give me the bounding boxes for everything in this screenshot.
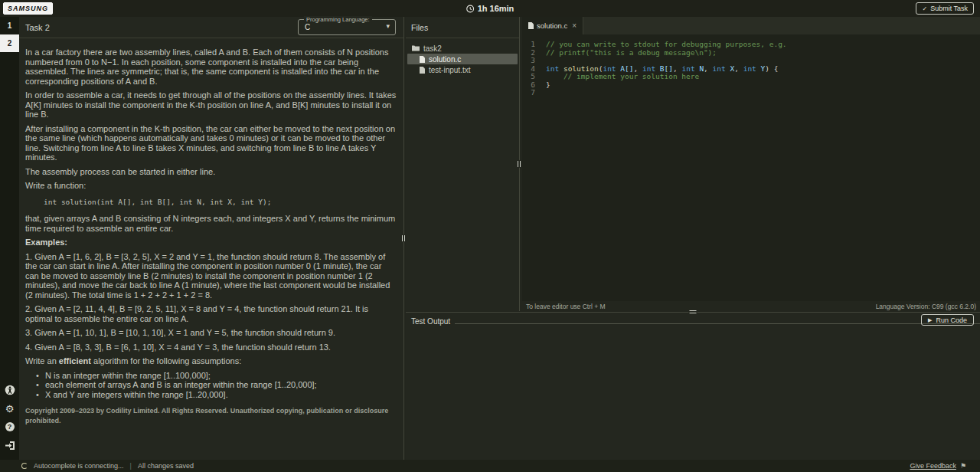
file-row-test-input-txt[interactable]: test-input.txt — [406, 64, 519, 75]
status-separator: | — [130, 462, 132, 470]
spinner-icon — [21, 463, 28, 469]
rail-icon-group: ⚙ ? — [0, 385, 19, 451]
task-paragraph: After installing a component in the K-th… — [25, 124, 397, 162]
autocomplete-status: Autocomplete is connecting... — [34, 462, 124, 470]
task-paragraph: Write a function: — [25, 181, 397, 191]
example-4: 4. Given A = [8, 3, 3], B = [6, 1, 10], … — [25, 343, 397, 352]
assumption-item: X and Y are integers within the range [1… — [25, 390, 397, 400]
give-feedback-link[interactable]: Give Feedback — [910, 462, 956, 470]
language-select-value: C — [305, 23, 310, 31]
file-icon — [528, 22, 534, 29]
submit-task-button[interactable]: ✓ Submit Task — [916, 2, 974, 15]
copyright-notice: Copyright 2009–2023 by Codility Limited.… — [25, 406, 397, 425]
task-paragraph: The assembly process can be started in e… — [25, 167, 397, 177]
run-code-button[interactable]: ▶ Run Code — [921, 314, 974, 326]
code-input-area[interactable]: 1234567 // you can write to stdout for d… — [522, 34, 980, 301]
task-title: Task 2 — [25, 23, 50, 32]
timer-value: 1h 16min — [478, 4, 514, 13]
language-select-label: Programming Language: — [304, 16, 372, 23]
status-right: Give Feedback ⚑ — [910, 462, 980, 470]
editor-tab-solution-c[interactable]: solution.c × — [522, 17, 583, 34]
files-panel: Files task2 solution.c test-input.txt — [406, 17, 519, 311]
assumption-item: N is an integer within the range [1..100… — [25, 371, 397, 381]
file-name: solution.c — [429, 55, 461, 64]
task-paragraph: In a car factory there are two assembly … — [25, 48, 397, 86]
accessibility-icon[interactable] — [5, 385, 15, 395]
test-output-panel: Test Output ▶ Run Code — [406, 313, 980, 460]
close-tab-icon[interactable]: × — [572, 21, 577, 30]
language-select[interactable]: Programming Language: C ▾ — [298, 19, 396, 35]
examples-heading: Examples: — [25, 238, 397, 247]
task-header: Task 2 Programming Language: C ▾ — [19, 17, 403, 38]
timer: 1h 16min — [466, 4, 514, 13]
check-icon: ✓ — [922, 5, 927, 12]
files-editor-splitter[interactable] — [518, 17, 521, 311]
codility-test-app: SAMSUNG 1h 16min ✓ Submit Task 1 2 — [0, 0, 980, 472]
chevron-down-icon: ▾ — [386, 22, 390, 30]
editor-gutter: 1234567 — [522, 41, 539, 301]
file-row-solution-c[interactable]: solution.c — [407, 54, 518, 64]
code-editor: solution.c × 1234567 // you can write to… — [522, 17, 980, 311]
editor-footer: To leave editor use Ctrl + M Language Ve… — [522, 301, 980, 311]
editor-tab-bar: solution.c × — [522, 17, 980, 34]
assumption-item: each element of arrays A and B is an int… — [25, 380, 397, 390]
task-files-splitter[interactable] — [403, 17, 405, 460]
file-icon — [420, 56, 425, 63]
samsung-logo: SAMSUNG — [3, 2, 53, 15]
settings-gear-icon[interactable]: ⚙ — [5, 403, 15, 414]
flag-icon: ⚑ — [960, 462, 966, 470]
logout-icon[interactable] — [5, 440, 15, 451]
task-panel: Task 2 Programming Language: C ▾ In a ca… — [19, 17, 403, 460]
splitter-handle-icon[interactable] — [517, 160, 521, 168]
editor-code-lines: // you can write to stdout for debugging… — [539, 41, 980, 301]
save-status: All changes saved — [138, 462, 194, 470]
files-header: Files — [406, 17, 519, 38]
folder-name: task2 — [423, 44, 442, 53]
play-icon: ▶ — [928, 317, 932, 323]
help-icon[interactable]: ? — [5, 421, 15, 432]
task-paragraph: that, given arrays A and B consisting of… — [25, 214, 397, 233]
assumptions-intro: Write an efficient algorithm for the fol… — [25, 356, 397, 366]
folder-row-task2[interactable]: task2 — [406, 43, 519, 54]
run-code-label: Run Code — [936, 316, 967, 324]
test-output-label: Test Output — [411, 317, 450, 326]
file-icon — [420, 67, 425, 74]
assumptions-list: N is an integer within the range [1..100… — [25, 371, 397, 400]
example-2: 2. Given A = [2, 11, 4, 4], B = [9, 2, 5… — [25, 304, 397, 323]
function-signature: int solution(int A[], int B[], int N, in… — [25, 195, 397, 210]
example-3: 3. Given A = [1, 10, 1], B = [10, 1, 10]… — [25, 328, 397, 338]
clock-icon — [466, 5, 475, 13]
task-tab-2[interactable]: 2 — [0, 34, 19, 52]
submit-task-label: Submit Task — [930, 5, 968, 12]
file-tree: task2 solution.c test-input.txt — [406, 38, 519, 75]
test-output-divider — [455, 323, 980, 324]
task-tab-1[interactable]: 1 — [0, 17, 19, 34]
example-1: 1. Given A = [1, 6, 2], B = [3, 2, 5], X… — [25, 252, 397, 300]
status-bar: Autocomplete is connecting... | All chan… — [0, 460, 980, 472]
editor-escape-hint: To leave editor use Ctrl + M — [526, 303, 606, 310]
editor-tab-label: solution.c — [537, 21, 567, 30]
status-left: Autocomplete is connecting... | All chan… — [0, 462, 194, 470]
file-name: test-input.txt — [429, 66, 470, 74]
task-description: In a car factory there are two assembly … — [19, 39, 403, 460]
left-rail: 1 2 ⚙ ? — [0, 17, 19, 460]
task-paragraph: In order to assemble a car, it needs to … — [25, 90, 397, 120]
folder-icon — [412, 45, 420, 51]
language-version: Language Version: C99 (gcc 6.2.0) — [876, 303, 976, 310]
top-bar: SAMSUNG 1h 16min ✓ Submit Task — [0, 0, 980, 17]
